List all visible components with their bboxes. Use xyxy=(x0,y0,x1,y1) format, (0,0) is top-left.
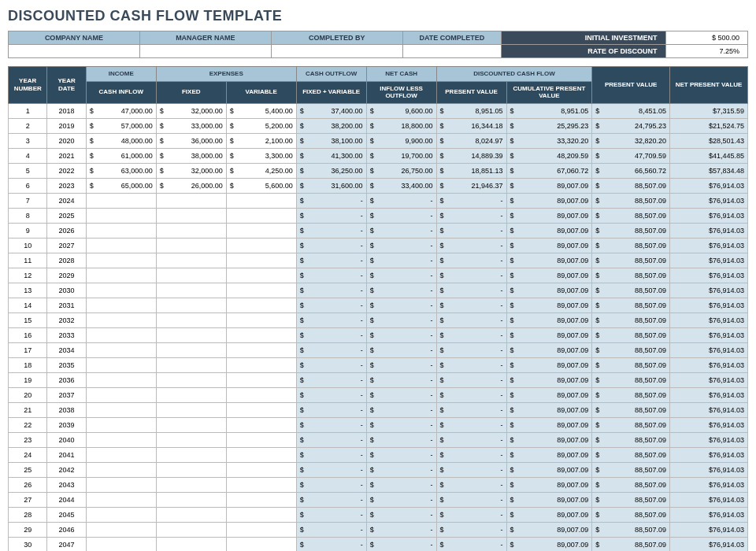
cell-fixed[interactable] xyxy=(156,387,226,402)
cell-inflow[interactable] xyxy=(86,238,156,253)
cell-year-date[interactable]: 2028 xyxy=(47,253,86,268)
cell-variable[interactable]: $5,400.00 xyxy=(226,103,296,118)
cell-fixed[interactable] xyxy=(156,327,226,342)
cell-inflow[interactable] xyxy=(86,372,156,387)
cell-variable[interactable] xyxy=(226,193,296,208)
cell-inflow[interactable] xyxy=(86,253,156,268)
cell-variable[interactable] xyxy=(226,492,296,507)
cell-inflow[interactable] xyxy=(86,522,156,537)
cell-fixed[interactable] xyxy=(156,372,226,387)
cell-fixed[interactable] xyxy=(156,447,226,462)
cell-inflow[interactable] xyxy=(86,268,156,283)
cell-year-number[interactable]: 25 xyxy=(9,462,47,477)
cell-year-date[interactable]: 2034 xyxy=(47,342,86,357)
cell-year-date[interactable]: 2027 xyxy=(47,238,86,253)
cell-variable[interactable] xyxy=(226,357,296,372)
cell-variable[interactable] xyxy=(226,223,296,238)
cell-year-date[interactable]: 2032 xyxy=(47,312,86,327)
cell-year-date[interactable]: 2018 xyxy=(47,103,86,118)
cell-variable[interactable] xyxy=(226,238,296,253)
cell-year-date[interactable]: 2024 xyxy=(47,193,86,208)
cell-fixed[interactable]: $32,000.00 xyxy=(156,103,226,118)
cell-year-date[interactable]: 2045 xyxy=(47,507,86,522)
cell-year-date[interactable]: 2020 xyxy=(47,133,86,148)
cell-inflow[interactable] xyxy=(86,387,156,402)
cell-inflow[interactable] xyxy=(86,342,156,357)
cell-year-date[interactable]: 2041 xyxy=(47,447,86,462)
cell-fixed[interactable] xyxy=(156,357,226,372)
cell-variable[interactable] xyxy=(226,327,296,342)
cell-year-number[interactable]: 18 xyxy=(9,357,47,372)
cell-inflow[interactable] xyxy=(86,537,156,551)
cell-year-date[interactable]: 2035 xyxy=(47,357,86,372)
cell-fixed[interactable] xyxy=(156,492,226,507)
cell-inflow[interactable]: $61,000.00 xyxy=(86,148,156,163)
cell-fixed[interactable] xyxy=(156,417,226,432)
cell-variable[interactable] xyxy=(226,447,296,462)
cell-year-date[interactable]: 2025 xyxy=(47,208,86,223)
cell-inflow[interactable] xyxy=(86,193,156,208)
cell-variable[interactable]: $3,300.00 xyxy=(226,148,296,163)
cell-year-number[interactable]: 7 xyxy=(9,193,47,208)
cell-year-number[interactable]: 8 xyxy=(9,208,47,223)
cell-fixed[interactable] xyxy=(156,253,226,268)
cell-fixed[interactable] xyxy=(156,477,226,492)
cell-year-number[interactable]: 19 xyxy=(9,372,47,387)
cell-inflow[interactable] xyxy=(86,357,156,372)
cell-year-date[interactable]: 2021 xyxy=(47,148,86,163)
date-completed-input[interactable] xyxy=(402,45,501,58)
cell-fixed[interactable] xyxy=(156,298,226,312)
cell-fixed[interactable] xyxy=(156,268,226,283)
cell-year-date[interactable]: 2040 xyxy=(47,432,86,447)
cell-year-date[interactable]: 2038 xyxy=(47,402,86,417)
cell-fixed[interactable]: $32,000.00 xyxy=(156,163,226,178)
cell-fixed[interactable] xyxy=(156,507,226,522)
cell-inflow[interactable]: $65,000.00 xyxy=(86,178,156,193)
cell-year-number[interactable]: 13 xyxy=(9,283,47,298)
cell-fixed[interactable] xyxy=(156,462,226,477)
cell-inflow[interactable] xyxy=(86,477,156,492)
cell-year-date[interactable]: 2044 xyxy=(47,492,86,507)
cell-year-number[interactable]: 15 xyxy=(9,312,47,327)
cell-inflow[interactable] xyxy=(86,432,156,447)
cell-inflow[interactable] xyxy=(86,462,156,477)
cell-year-number[interactable]: 5 xyxy=(9,163,47,178)
cell-year-date[interactable]: 2029 xyxy=(47,268,86,283)
cell-fixed[interactable] xyxy=(156,537,226,551)
cell-fixed[interactable] xyxy=(156,238,226,253)
manager-input[interactable] xyxy=(139,45,271,58)
cell-year-number[interactable]: 23 xyxy=(9,432,47,447)
cell-year-date[interactable]: 2043 xyxy=(47,477,86,492)
cell-year-date[interactable]: 2031 xyxy=(47,298,86,312)
cell-inflow[interactable] xyxy=(86,447,156,462)
cell-year-date[interactable]: 2036 xyxy=(47,372,86,387)
cell-year-number[interactable]: 27 xyxy=(9,492,47,507)
cell-inflow[interactable]: $47,000.00 xyxy=(86,103,156,118)
cell-fixed[interactable]: $33,000.00 xyxy=(156,118,226,133)
initial-investment-value[interactable]: $ 500.00 xyxy=(665,31,747,45)
cell-variable[interactable] xyxy=(226,462,296,477)
cell-variable[interactable] xyxy=(226,522,296,537)
cell-year-date[interactable]: 2046 xyxy=(47,522,86,537)
cell-fixed[interactable] xyxy=(156,402,226,417)
cell-year-number[interactable]: 11 xyxy=(9,253,47,268)
cell-year-number[interactable]: 3 xyxy=(9,133,47,148)
cell-year-date[interactable]: 2023 xyxy=(47,178,86,193)
cell-year-number[interactable]: 26 xyxy=(9,477,47,492)
cell-variable[interactable]: $4,250.00 xyxy=(226,163,296,178)
cell-inflow[interactable] xyxy=(86,327,156,342)
cell-inflow[interactable] xyxy=(86,417,156,432)
cell-variable[interactable] xyxy=(226,283,296,298)
cell-inflow[interactable] xyxy=(86,208,156,223)
cell-variable[interactable] xyxy=(226,253,296,268)
completed-by-input[interactable] xyxy=(271,45,402,58)
cell-year-date[interactable]: 2019 xyxy=(47,118,86,133)
cell-fixed[interactable] xyxy=(156,193,226,208)
cell-variable[interactable] xyxy=(226,477,296,492)
cell-variable[interactable] xyxy=(226,372,296,387)
cell-fixed[interactable] xyxy=(156,522,226,537)
cell-year-date[interactable]: 2037 xyxy=(47,387,86,402)
cell-variable[interactable] xyxy=(226,387,296,402)
cell-variable[interactable] xyxy=(226,342,296,357)
cell-inflow[interactable] xyxy=(86,312,156,327)
